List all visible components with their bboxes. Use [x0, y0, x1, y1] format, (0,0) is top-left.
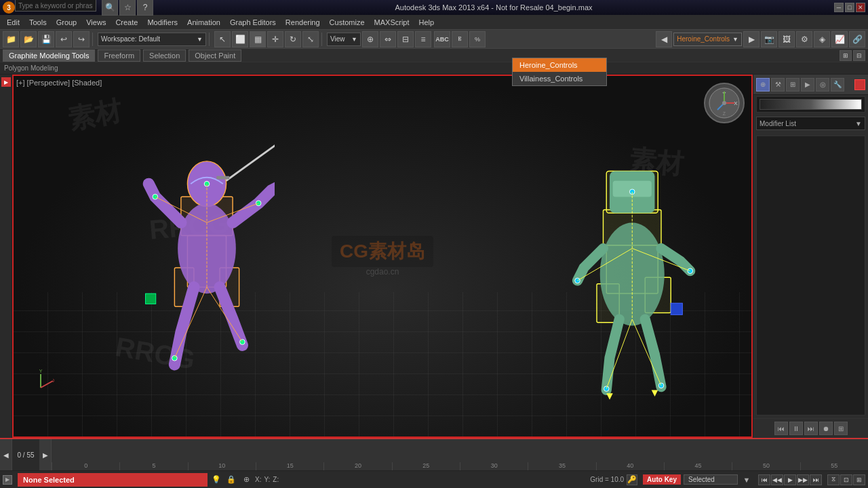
display-panel-icon[interactable]: ◎ [816, 78, 829, 92]
ruler-mark-15: 15 [256, 462, 323, 470]
transport-first-frame-btn[interactable]: ⏮ [758, 474, 770, 485]
tab-selection[interactable]: Selection [143, 49, 186, 62]
transport-prev-icon[interactable]: ⏮ [774, 422, 788, 435]
bookmark-icon[interactable]: ☆ [119, 0, 136, 16]
ribbon-expand-icon[interactable]: ⊞ [840, 50, 852, 61]
minimize-button[interactable]: ─ [834, 3, 844, 12]
redo-icon[interactable]: ↪ [73, 31, 90, 47]
auto-key-button[interactable]: Auto Key [643, 474, 681, 485]
selected-dropdown-icon[interactable]: ▼ [741, 474, 753, 486]
transport-next-frame-btn[interactable]: ▶▶ [797, 474, 809, 485]
select-filter-icon[interactable]: ▦ [250, 31, 266, 47]
char-prev-icon[interactable]: ◀ [656, 31, 672, 47]
select-region-icon[interactable]: ⬜ [232, 31, 248, 47]
timeline-ruler[interactable]: 0 5 10 15 20 25 30 35 40 45 50 55 [52, 439, 868, 470]
render-settings-icon[interactable]: ⚙ [796, 31, 812, 47]
set-animate-btn[interactable]: ▶ [3, 475, 12, 485]
menu-edit[interactable]: Edit [3, 17, 24, 28]
key-time-btn[interactable]: ⊞ [853, 474, 865, 485]
rotate-icon[interactable]: ↻ [285, 31, 301, 47]
hierarchy-panel-icon[interactable]: ⊞ [786, 78, 800, 92]
transport-last-frame-btn[interactable]: ⏭ [810, 474, 822, 485]
keyword-search-input[interactable] [15, 0, 96, 12]
select-icon[interactable]: ↖ [214, 31, 231, 47]
menu-customize[interactable]: Customize [326, 17, 369, 28]
poly-modeling-bar: Polygon Modeling [0, 62, 868, 75]
transport-next-icon[interactable]: ⏭ [804, 422, 818, 435]
dropdown-heroine-controls[interactable]: Heroine_Controls [513, 58, 606, 72]
view-dropdown[interactable]: View ▼ [327, 33, 361, 46]
curve-icon[interactable]: 𝄡 [452, 31, 468, 47]
transport-frame-icon[interactable]: ⊞ [834, 422, 848, 435]
tab-object-paint[interactable]: Object Paint [189, 49, 241, 62]
light-toggle-icon[interactable]: 💡 [210, 474, 222, 486]
svg-point-9 [153, 194, 158, 199]
move-icon[interactable]: ✛ [267, 31, 283, 47]
modify-panel-icon[interactable]: ⚒ [771, 78, 785, 92]
timeline: ◀ 0 / 55 ▶ 0 5 10 15 20 25 30 35 40 45 5… [0, 438, 868, 470]
transport-play-btn[interactable]: ▶ [784, 474, 796, 485]
create-panel-icon[interactable]: ⊕ [756, 78, 770, 92]
help-icon[interactable]: ? [137, 0, 153, 16]
title-bar: 3 🔍 ☆ ? Autodesk 3ds Max 2013 x64 - Not … [0, 0, 868, 15]
key-mode-btn[interactable]: ⊡ [840, 474, 852, 485]
schematic-icon[interactable]: 🔗 [849, 31, 865, 47]
menu-views[interactable]: Views [82, 17, 110, 28]
menu-tools[interactable]: Tools [25, 17, 51, 28]
right-panel: ⊕ ⚒ ⊞ ▶ ◎ 🔧 Modifier List ▼ ⏮ ⏸ ⏭ ⏺ ⊞ [753, 75, 868, 438]
transport-pause-icon[interactable]: ⏸ [789, 422, 803, 435]
animate-toggle[interactable]: ▶ [1, 77, 11, 87]
transport-record-icon[interactable]: ⏺ [819, 422, 833, 435]
render-icon[interactable]: 📷 [761, 31, 777, 47]
workspace-dropdown[interactable]: Workspace: Default ▼ [98, 33, 206, 46]
close-button[interactable]: ✕ [856, 3, 865, 12]
snap-icon[interactable]: ⊕ [362, 31, 378, 47]
ribbon-collapse-icon[interactable]: ⊟ [853, 50, 865, 61]
tab-freeform[interactable]: Freeform [98, 49, 140, 62]
align-icon[interactable]: ⊟ [397, 31, 414, 47]
motion-panel-icon[interactable]: ▶ [801, 78, 814, 92]
lock-key-icon[interactable]: 🔑 [627, 474, 637, 485]
lock-icon[interactable]: 🔒 [225, 474, 237, 486]
open-file-icon[interactable]: 📂 [20, 31, 37, 47]
menu-help[interactable]: Help [415, 17, 439, 28]
maximize-button[interactable]: □ [845, 3, 854, 12]
color-picker-area[interactable] [756, 96, 865, 113]
menu-animation[interactable]: Animation [183, 17, 224, 28]
timeline-next-button[interactable]: ▶ [39, 439, 52, 470]
utilities-panel-icon[interactable]: 🔧 [831, 78, 844, 92]
timeline-prev-button[interactable]: ◀ [0, 439, 12, 470]
modifier-list-area [756, 136, 865, 415]
color-swatch[interactable] [854, 79, 865, 90]
material-editor-icon[interactable]: ◈ [814, 31, 830, 47]
new-file-icon[interactable]: 📁 [3, 31, 19, 47]
abc-icon[interactable]: ABC [434, 31, 450, 47]
snaps-icon[interactable]: ⊕ [240, 474, 252, 486]
render-frame-icon[interactable]: 🖼 [778, 31, 795, 47]
heroine-character [139, 119, 275, 390]
dropdown-villainess-controls[interactable]: Villainess_Controls [513, 72, 606, 85]
tab-graphite-modeling[interactable]: Graphite Modeling Tools [3, 49, 95, 62]
menu-modifiers[interactable]: Modifiers [143, 17, 182, 28]
menu-maxscript[interactable]: MAXScript [370, 17, 414, 28]
mirror-icon[interactable]: ⇔ [380, 31, 396, 47]
modifier-list-dropdown[interactable]: Modifier List ▼ [756, 117, 865, 130]
transport-prev-frame-btn[interactable]: ◀◀ [771, 474, 783, 485]
workspace-label: Workspace: Default [101, 35, 197, 43]
menu-group[interactable]: Group [52, 17, 81, 28]
search-icon[interactable]: 🔍 [102, 0, 118, 16]
menu-rendering[interactable]: Rendering [281, 17, 324, 28]
undo-icon[interactable]: ↩ [56, 31, 72, 47]
menu-graph-editors[interactable]: Graph Editors [226, 17, 280, 28]
character-dropdown-btn[interactable]: Heroine_Controls ▼ [673, 33, 742, 46]
scale-icon[interactable]: ⤡ [302, 31, 319, 47]
menu-create[interactable]: Create [111, 17, 142, 28]
viewport[interactable]: [+] [Perspective] [Shaded] 素材 RRCG 素材 RR… [12, 75, 753, 438]
navigation-gizmo[interactable]: Y X Z [704, 83, 745, 123]
char-next-icon[interactable]: ▶ [743, 31, 760, 47]
layer-icon[interactable]: ≡ [415, 31, 431, 47]
percent-icon[interactable]: % [469, 31, 486, 47]
key-filter-btn[interactable]: ⧖ [827, 474, 840, 485]
curve-editor-icon[interactable]: 📈 [831, 31, 848, 47]
save-icon[interactable]: 💾 [38, 31, 54, 47]
